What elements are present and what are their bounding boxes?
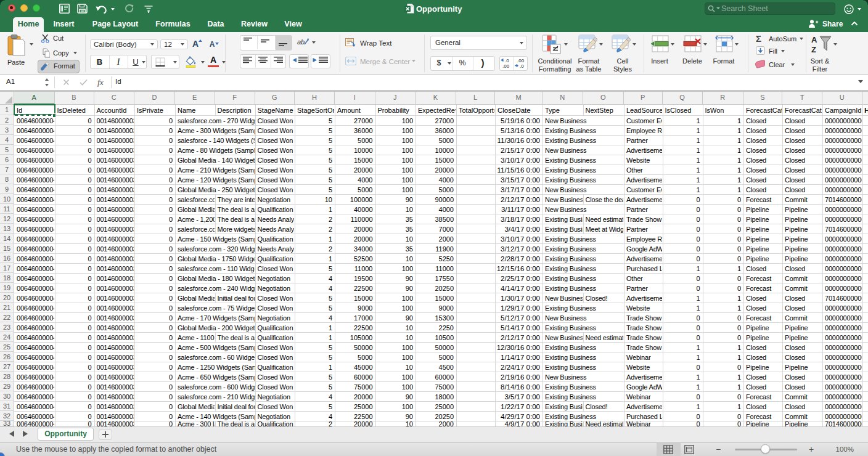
svg-text:A: A: [811, 35, 817, 44]
svg-text:Z: Z: [811, 45, 816, 54]
svg-text:.00: .00: [517, 58, 525, 63]
svg-text:.00: .00: [502, 63, 510, 68]
svg-text:ab: ab: [297, 38, 305, 46]
svg-text:.0: .0: [505, 58, 509, 63]
svg-text:.0: .0: [520, 63, 524, 68]
